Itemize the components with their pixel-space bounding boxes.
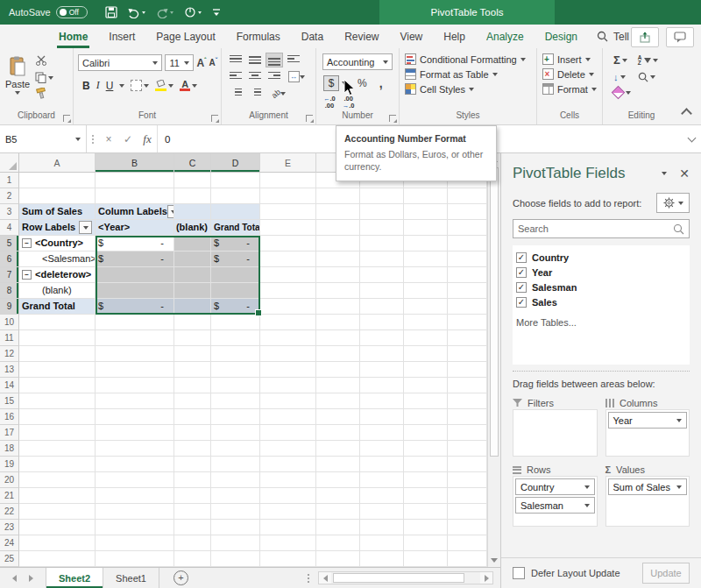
field-filter-dropdown[interactable] [79, 221, 92, 234]
middle-align-button[interactable] [246, 53, 264, 67]
cell-A25[interactable] [19, 551, 96, 567]
cell-F23[interactable] [316, 520, 360, 535]
cell-C5[interactable] [174, 236, 211, 251]
number-dialog-launcher[interactable] [389, 115, 396, 122]
cell-A24[interactable] [19, 535, 96, 551]
cell-A7[interactable]: −<deleterow> [19, 267, 96, 283]
cell-A23[interactable] [19, 520, 96, 535]
cell-A8[interactable]: (blank) [19, 283, 96, 299]
vertical-scrollbar[interactable] [487, 153, 500, 567]
tabbar-splitter[interactable] [308, 568, 309, 588]
row-header-10[interactable]: 10 [0, 315, 19, 330]
alignment-dialog-launcher[interactable] [306, 115, 313, 122]
scroll-down-button[interactable] [488, 554, 500, 567]
cell-H14[interactable] [404, 378, 448, 393]
update-button[interactable]: Update [642, 563, 690, 584]
cell-A12[interactable] [19, 346, 96, 362]
cell-A9[interactable]: Grand Total [19, 299, 96, 315]
percent-style-button[interactable]: % [354, 77, 371, 89]
cell-E22[interactable] [260, 504, 316, 520]
redo-button[interactable] [152, 5, 177, 20]
cell-D20[interactable] [211, 472, 260, 488]
tab-design[interactable]: Design [535, 25, 588, 48]
cell-A10[interactable] [19, 315, 96, 330]
cell-E3[interactable] [260, 204, 316, 220]
row-header-25[interactable]: 25 [0, 551, 19, 567]
cell-G22[interactable] [360, 504, 404, 520]
cell-A3[interactable]: Sum of Sales [19, 204, 96, 220]
cell-G3[interactable] [360, 204, 404, 220]
cell-G21[interactable] [360, 488, 404, 504]
tab-page-layout[interactable]: Page Layout [145, 25, 225, 48]
cell-E4[interactable] [260, 220, 316, 236]
underline-button[interactable]: U [106, 80, 114, 92]
cell-E21[interactable] [260, 488, 316, 504]
cell-A21[interactable] [19, 488, 96, 504]
cell-E6[interactable] [260, 251, 316, 267]
cell-C11[interactable] [174, 330, 211, 346]
cell-E1[interactable] [260, 173, 316, 188]
cell-H21[interactable] [404, 488, 448, 504]
cell-E2[interactable] [260, 188, 316, 204]
cell-E12[interactable] [260, 346, 316, 362]
cell-G25[interactable] [360, 551, 404, 567]
cell-D6[interactable]: $- [211, 251, 260, 267]
cell-I21[interactable] [448, 488, 487, 504]
cell-G8[interactable] [360, 283, 404, 299]
cell-F20[interactable] [316, 472, 360, 488]
cell-D18[interactable] [211, 441, 260, 457]
row-header-22[interactable]: 22 [0, 504, 19, 520]
pane-options-caret[interactable] [662, 172, 667, 175]
row-header-4[interactable]: 4 [0, 220, 19, 236]
cell-B20[interactable] [96, 472, 174, 488]
cell-I4[interactable] [448, 220, 487, 236]
cell-G23[interactable] [360, 520, 404, 535]
cell-C19[interactable] [174, 457, 211, 472]
cell-A18[interactable] [19, 441, 96, 457]
cell-B6[interactable]: $- [96, 251, 174, 267]
cell-E16[interactable] [260, 409, 316, 425]
cell-I19[interactable] [448, 457, 487, 472]
italic-button[interactable]: I [96, 79, 100, 92]
cell-I9[interactable] [448, 299, 487, 315]
cell-F4[interactable] [316, 220, 360, 236]
cell-A14[interactable] [19, 378, 96, 393]
align-right-button[interactable] [266, 69, 283, 84]
cell-D14[interactable] [211, 378, 260, 393]
cell-E10[interactable] [260, 315, 316, 330]
cell-A2[interactable] [19, 188, 96, 204]
cell-D13[interactable] [211, 362, 260, 378]
cell-D25[interactable] [211, 551, 260, 567]
cell-B5[interactable]: $- [96, 236, 174, 251]
pane-close-icon[interactable]: ✕ [679, 166, 690, 181]
cell-A1[interactable] [19, 173, 96, 188]
cell-F24[interactable] [316, 535, 360, 551]
bold-button[interactable]: B [82, 80, 90, 92]
column-header-a[interactable]: A [19, 153, 96, 173]
copy-button[interactable] [35, 72, 53, 83]
scroll-right-button[interactable] [480, 572, 492, 584]
row-header-23[interactable]: 23 [0, 520, 19, 535]
cell-I8[interactable] [448, 283, 487, 299]
tab-help[interactable]: Help [433, 25, 476, 48]
share-button[interactable] [631, 27, 659, 47]
prev-sheet-button[interactable] [12, 575, 17, 582]
field-checkbox[interactable]: ✓ [516, 252, 527, 263]
cell-B22[interactable] [96, 504, 174, 520]
font-color-button[interactable]: A [180, 81, 197, 91]
row-header-9[interactable]: 9 [0, 299, 19, 315]
cell-E5[interactable] [260, 236, 316, 251]
cell-G17[interactable] [360, 425, 404, 441]
cell-F17[interactable] [316, 425, 360, 441]
tab-view[interactable]: View [389, 25, 433, 48]
cell-D1[interactable] [211, 173, 260, 188]
cell-C15[interactable] [174, 393, 211, 409]
pivot-field-chip-year[interactable]: Year [608, 412, 688, 429]
cell-H23[interactable] [404, 520, 448, 535]
cell-F19[interactable] [316, 457, 360, 472]
pivot-field-chip-sum-of-sales[interactable]: Sum of Sales [608, 478, 688, 495]
cell-B4[interactable]: <Year> [96, 220, 174, 236]
cell-A15[interactable] [19, 393, 96, 409]
row-header-16[interactable]: 16 [0, 409, 19, 425]
cell-I12[interactable] [448, 346, 487, 362]
